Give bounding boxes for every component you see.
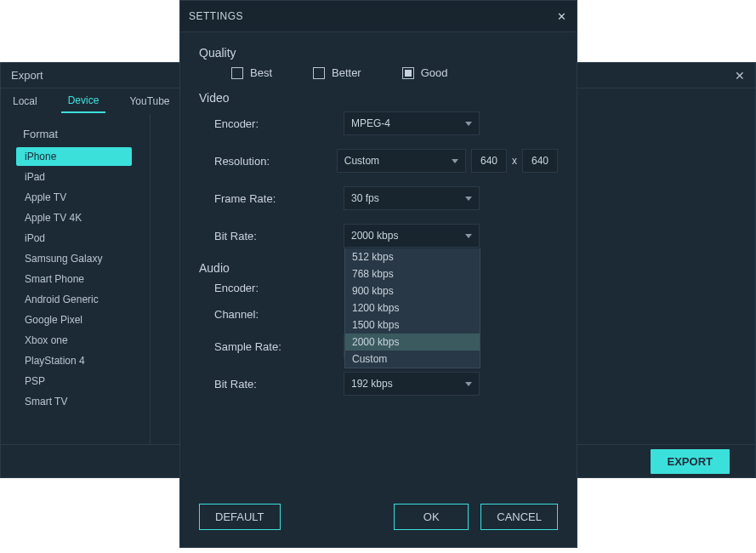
resolution-width-input[interactable]	[471, 149, 507, 173]
resolution-select[interactable]: Custom	[337, 149, 466, 173]
export-button[interactable]: EXPORT	[651, 449, 730, 474]
close-icon[interactable]: ✕	[557, 10, 567, 23]
bitrate-option[interactable]: 1500 kbps	[345, 316, 480, 334]
chevron-down-icon	[465, 234, 472, 238]
settings-title: SETTINGS	[189, 10, 243, 22]
sidebar-item-xbox[interactable]: Xbox one	[16, 331, 132, 350]
bitrate-option-selected[interactable]: 2000 kbps	[345, 334, 480, 351]
checkbox-checked-icon	[402, 67, 414, 79]
quality-better[interactable]: Better	[313, 66, 361, 79]
sidebar-item-ps4[interactable]: PlayStation 4	[16, 351, 132, 370]
settings-modal: SETTINGS ✕ Quality Best Better Good Vide…	[179, 0, 577, 548]
ok-button[interactable]: OK	[394, 504, 469, 530]
quality-label: Quality	[199, 46, 558, 60]
samplerate-label: Sample Rate:	[214, 340, 344, 353]
close-icon[interactable]: ✕	[735, 69, 745, 83]
video-bitrate-label: Bit Rate:	[214, 230, 344, 242]
bitrate-option[interactable]: 1200 kbps	[345, 299, 480, 316]
quality-best-label: Best	[250, 66, 272, 79]
tab-youtube[interactable]: YouTube	[122, 90, 176, 112]
export-title: Export	[11, 69, 43, 82]
sidebar-item-pixel[interactable]: Google Pixel	[16, 311, 132, 329]
cancel-button[interactable]: CANCEL	[480, 504, 558, 530]
quality-good[interactable]: Good	[402, 66, 448, 79]
sidebar-item-appletv[interactable]: Apple TV	[16, 188, 132, 207]
checkbox-icon	[313, 67, 325, 79]
sidebar-item-smartphone[interactable]: Smart Phone	[16, 270, 132, 288]
chevron-down-icon	[465, 382, 472, 386]
video-encoder-value: MPEG-4	[351, 117, 390, 129]
sidebar-heading: Format	[16, 124, 150, 147]
bitrate-option[interactable]: 768 kbps	[345, 265, 480, 282]
format-sidebar: Format iPhone iPad Apple TV Apple TV 4K …	[1, 114, 151, 444]
chevron-down-icon	[465, 122, 472, 126]
sidebar-item-samsung[interactable]: Samsung Galaxy	[16, 249, 132, 268]
bitrate-option[interactable]: 512 kbps	[345, 248, 480, 265]
bitrate-option[interactable]: Custom	[345, 351, 480, 368]
sidebar-item-ipod[interactable]: iPod	[16, 229, 132, 248]
quality-better-label: Better	[332, 66, 361, 79]
framerate-select[interactable]: 30 fps	[344, 186, 480, 210]
audio-bitrate-value: 192 kbps	[351, 378, 393, 390]
resolution-value: Custom	[344, 155, 379, 167]
bitrate-dropdown: 512 kbps 768 kbps 900 kbps 1200 kbps 150…	[344, 248, 480, 368]
framerate-value: 30 fps	[351, 192, 379, 204]
resolution-height-input[interactable]	[522, 149, 558, 173]
settings-header: SETTINGS ✕	[180, 1, 577, 32]
video-bitrate-select[interactable]: 2000 kbps 512 kbps 768 kbps 900 kbps 120…	[344, 224, 480, 248]
video-bitrate-value: 2000 kbps	[351, 230, 398, 242]
audio-bitrate-label: Bit Rate:	[214, 378, 344, 391]
sidebar-item-android[interactable]: Android Generic	[16, 290, 132, 309]
video-label: Video	[199, 91, 558, 105]
chevron-down-icon	[465, 197, 472, 201]
quality-row: Best Better Good	[199, 66, 558, 79]
chevron-down-icon	[452, 159, 458, 163]
settings-footer: DEFAULT OK CANCEL	[180, 504, 577, 530]
video-encoder-select[interactable]: MPEG-4	[344, 111, 480, 135]
sidebar-item-smarttv[interactable]: Smart TV	[16, 392, 132, 411]
bitrate-option[interactable]: 900 kbps	[345, 282, 480, 299]
sidebar-item-ipad[interactable]: iPad	[16, 168, 132, 186]
sidebar-item-psp[interactable]: PSP	[16, 372, 132, 391]
tab-device[interactable]: Device	[61, 89, 106, 113]
sidebar-item-iphone[interactable]: iPhone	[16, 147, 132, 166]
quality-best[interactable]: Best	[231, 66, 272, 79]
quality-good-label: Good	[421, 66, 448, 79]
sidebar-item-appletv4k[interactable]: Apple TV 4K	[16, 208, 132, 227]
tab-local[interactable]: Local	[6, 90, 44, 112]
resolution-label: Resolution:	[214, 155, 337, 168]
checkbox-icon	[231, 67, 243, 79]
audio-bitrate-select[interactable]: 192 kbps	[344, 372, 480, 396]
video-encoder-label: Encoder:	[214, 117, 344, 130]
default-button[interactable]: DEFAULT	[199, 504, 281, 530]
resolution-separator: x	[512, 155, 517, 167]
channel-label: Channel:	[214, 308, 344, 321]
audio-encoder-label: Encoder:	[214, 282, 344, 294]
framerate-label: Frame Rate:	[214, 192, 344, 205]
